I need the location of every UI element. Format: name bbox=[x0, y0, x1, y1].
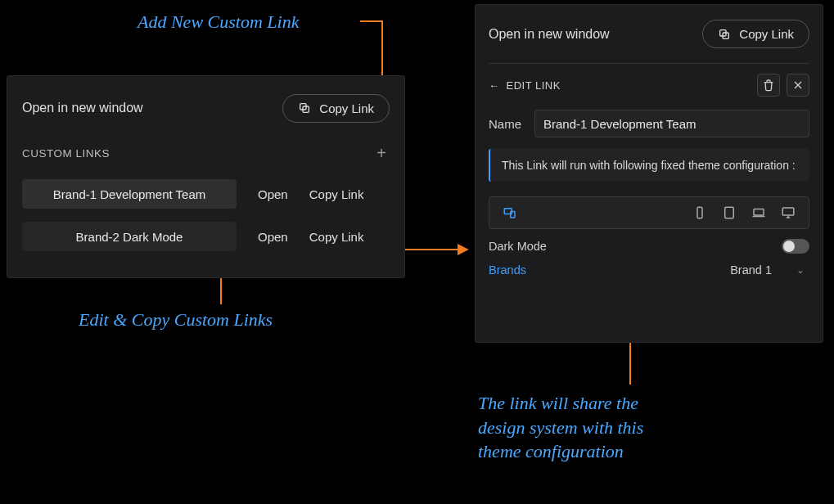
copy-link-label: Copy Link bbox=[739, 27, 794, 41]
custom-link-chip[interactable]: Brand-1 Development Team bbox=[22, 179, 237, 209]
device-tablet-icon[interactable] bbox=[717, 200, 742, 225]
add-custom-link-button[interactable]: + bbox=[373, 143, 390, 163]
open-new-window-link[interactable]: Open in new window bbox=[22, 101, 143, 115]
edit-link-panel: Open in new window Copy Link ← EDIT LINK… bbox=[475, 4, 823, 343]
copy-icon bbox=[718, 28, 731, 41]
chevron-down-icon: ⌄ bbox=[796, 264, 805, 276]
trash-icon bbox=[762, 79, 775, 92]
annotation-add-new: Add New Custom Link bbox=[137, 10, 299, 34]
copy-icon bbox=[298, 101, 311, 115]
svg-rect-9 bbox=[697, 208, 702, 219]
device-desktop-icon[interactable] bbox=[776, 200, 800, 225]
open-link-action[interactable]: Open bbox=[258, 187, 288, 201]
copy-link-button[interactable]: Copy Link bbox=[282, 94, 390, 123]
delete-link-button[interactable] bbox=[757, 74, 780, 97]
device-responsive-icon[interactable] bbox=[498, 200, 522, 225]
link-name-input[interactable] bbox=[534, 110, 809, 137]
brand-selected-value: Brand 1 bbox=[730, 263, 772, 277]
annotation-theme-config: The link will share the design system wi… bbox=[478, 391, 643, 464]
brand-select[interactable]: Brand 1 ⌄ bbox=[730, 263, 809, 277]
custom-links-panel: Open in new window Copy Link CUSTOM LINK… bbox=[7, 75, 405, 278]
svg-rect-10 bbox=[725, 208, 734, 219]
edit-link-title: EDIT LINK bbox=[507, 79, 561, 92]
theme-config-info: This Link will run with following fixed … bbox=[489, 149, 809, 182]
device-tabs bbox=[489, 196, 809, 229]
dark-mode-toggle[interactable] bbox=[782, 239, 809, 254]
brands-link[interactable]: Brands bbox=[489, 263, 526, 277]
device-phone-icon[interactable] bbox=[687, 200, 712, 225]
arrow-left-icon: ← bbox=[489, 79, 500, 92]
copy-link-button[interactable]: Copy Link bbox=[702, 20, 809, 48]
copy-link-action[interactable]: Copy Link bbox=[309, 230, 364, 244]
device-laptop-icon[interactable] bbox=[746, 200, 771, 225]
custom-links-heading: CUSTOM LINKS bbox=[22, 147, 110, 160]
copy-link-action[interactable]: Copy Link bbox=[309, 187, 364, 201]
custom-link-chip[interactable]: Brand-2 Dark Mode bbox=[22, 222, 237, 251]
copy-link-label: Copy Link bbox=[319, 101, 374, 115]
name-label: Name bbox=[489, 117, 521, 131]
svg-rect-11 bbox=[754, 209, 764, 216]
open-new-window-link[interactable]: Open in new window bbox=[489, 27, 610, 42]
close-icon bbox=[791, 79, 805, 92]
annotation-edit-copy: Edit & Copy Custom Links bbox=[79, 308, 273, 332]
edit-link-back[interactable]: ← EDIT LINK bbox=[489, 79, 561, 92]
dark-mode-label: Dark Mode bbox=[489, 240, 547, 253]
svg-rect-12 bbox=[782, 208, 794, 215]
close-edit-button[interactable] bbox=[787, 74, 809, 97]
open-link-action[interactable]: Open bbox=[258, 230, 288, 244]
